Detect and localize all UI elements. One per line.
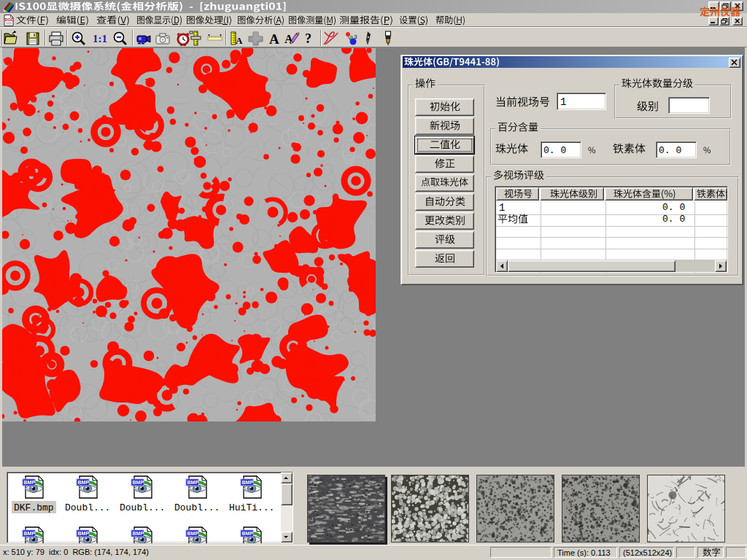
svg-text:A: A xyxy=(236,35,243,46)
svg-text:BMP: BMP xyxy=(78,531,90,536)
svg-text:BMP: BMP xyxy=(187,480,199,485)
svg-text:DOC: DOC xyxy=(5,18,14,22)
svg-text:BMP: BMP xyxy=(187,531,199,536)
svg-text:1:1: 1:1 xyxy=(93,33,107,44)
svg-text:?: ? xyxy=(305,31,311,46)
svg-text:BMP: BMP xyxy=(133,480,144,485)
svg-text:BMP: BMP xyxy=(242,531,254,536)
svg-text:A: A xyxy=(285,33,293,45)
svg-text:BMP: BMP xyxy=(78,480,90,485)
svg-text:3: 3 xyxy=(354,34,357,40)
svg-text:BMP: BMP xyxy=(24,480,36,485)
svg-text:A: A xyxy=(269,31,279,47)
svg-text:BMP: BMP xyxy=(133,531,144,536)
svg-text:a: a xyxy=(349,34,353,41)
svg-text:BMP: BMP xyxy=(242,480,254,485)
svg-text:BMP: BMP xyxy=(24,531,36,536)
